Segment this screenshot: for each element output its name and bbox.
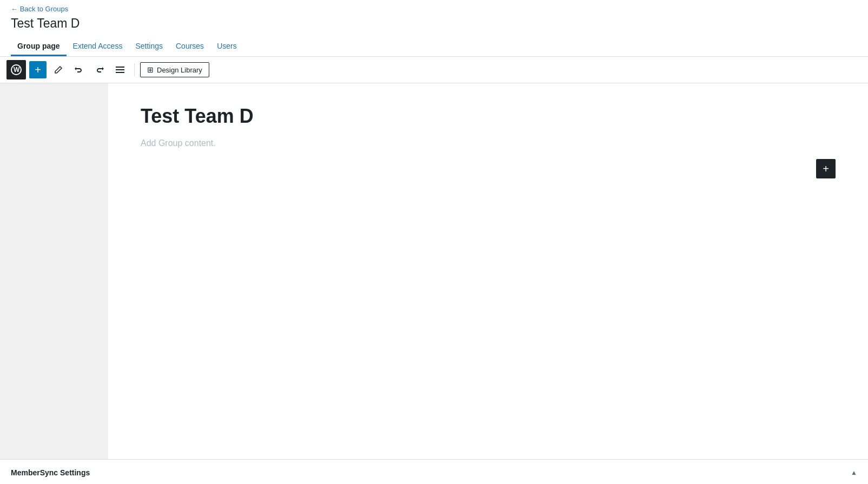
tab-settings[interactable]: Settings <box>129 37 169 56</box>
tab-courses[interactable]: Courses <box>169 37 210 56</box>
menu-button[interactable] <box>111 61 129 78</box>
add-block-button[interactable]: + <box>29 61 47 78</box>
add-content-placeholder: Add Group content. <box>141 138 836 148</box>
pencil-button[interactable] <box>50 61 67 78</box>
back-to-groups-link[interactable]: Back to Groups <box>11 5 68 13</box>
svg-text:W: W <box>14 66 20 74</box>
undo-button[interactable] <box>70 61 88 78</box>
svg-rect-3 <box>116 69 124 70</box>
design-library-icon: ⊞ <box>147 65 154 74</box>
membersync-header: MemberSync Settings ▲ <box>11 468 857 477</box>
tab-users[interactable]: Users <box>210 37 243 56</box>
design-library-label: Design Library <box>157 66 202 74</box>
svg-rect-4 <box>116 72 124 73</box>
add-block-inline-button[interactable]: + <box>816 159 836 178</box>
editor-main: Test Team D Add Group content. + <box>108 83 868 459</box>
tab-group-page[interactable]: Group page <box>11 37 67 56</box>
editor-left-sidebar <box>0 83 108 459</box>
page-title: Test Team D <box>11 16 857 31</box>
editor-content-wrapper: Test Team D Add Group content. + <box>0 83 868 459</box>
toolbar-separator <box>134 63 135 76</box>
membersync-collapse-icon[interactable]: ▲ <box>851 469 857 476</box>
redo-button[interactable] <box>91 61 108 78</box>
group-heading: Test Team D <box>141 105 836 128</box>
tab-extend-access[interactable]: Extend Access <box>67 37 129 56</box>
svg-rect-2 <box>116 67 124 68</box>
design-library-button[interactable]: ⊞ Design Library <box>140 62 209 77</box>
editor-toolbar: W + ⊞ Design Library <box>0 57 868 83</box>
membersync-section: MemberSync Settings ▲ This group is sync… <box>0 459 868 484</box>
tab-nav: Group page Extend Access Settings Course… <box>11 37 857 56</box>
wp-logo[interactable]: W <box>6 60 26 79</box>
membersync-title: MemberSync Settings <box>11 468 90 477</box>
